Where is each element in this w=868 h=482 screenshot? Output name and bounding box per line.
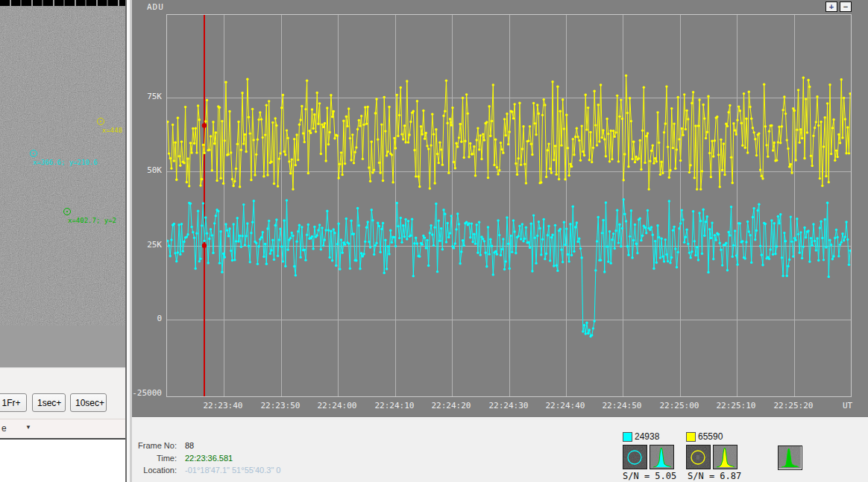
video-frame-panel: x=448 x=366.6; y=210.6 x=402.7; y=2 1Fr+… bbox=[0, 0, 125, 482]
psf-thumb-yellow bbox=[713, 445, 738, 469]
sn-yellow: S/N = 6.87 bbox=[688, 471, 741, 481]
psf-thumb-cyan bbox=[650, 445, 674, 469]
starfield-image[interactable]: x=448 x=366.6; y=210.6 x=402.7; y=2 bbox=[0, 6, 125, 326]
reference-psf-thumb bbox=[778, 445, 802, 470]
zoom-out-button[interactable]: − bbox=[840, 1, 852, 12]
tangra-lightcurve-window: x=448 x=366.6; y=210.6 x=402.7; y=2 1Fr+… bbox=[0, 0, 868, 482]
y-axis-title: ADU bbox=[147, 2, 164, 12]
x-tick-label: 22:24:40 bbox=[541, 401, 589, 410]
frame-no-value: 88 bbox=[185, 441, 194, 450]
display-mode-dropdown[interactable]: e ▼ bbox=[0, 419, 125, 437]
lightcurve-canvas[interactable] bbox=[167, 15, 851, 396]
x-tick-label: 22:23:50 bbox=[257, 401, 304, 410]
zoom-in-button[interactable]: + bbox=[825, 1, 837, 12]
star-ring-icon bbox=[30, 150, 37, 157]
star-ring-icon bbox=[63, 208, 71, 215]
y-tick-label: 50K bbox=[132, 165, 162, 175]
frame-top-strip bbox=[0, 0, 125, 6]
x-tick-label: 22:24:50 bbox=[598, 401, 646, 410]
x-tick-label: 22:24:20 bbox=[427, 401, 475, 410]
chevron-down-icon: ▼ bbox=[25, 424, 31, 431]
y-tick-label: 75K bbox=[132, 92, 162, 101]
lightcurve-panel: ADU + − 75K50K25K0-25000 22:23:4022:23:5… bbox=[132, 0, 868, 482]
advance-1sec-button[interactable]: 1sec+ bbox=[32, 393, 66, 412]
star-ring-icon bbox=[97, 118, 104, 125]
y-tick-label: 0 bbox=[132, 314, 162, 323]
x-tick-label: 22:25:20 bbox=[770, 401, 817, 410]
time-value: 22:23:36.581 bbox=[185, 454, 233, 463]
legend-swatch-yellow bbox=[687, 433, 695, 441]
location-label: Location: bbox=[136, 466, 177, 475]
x-tick-label: 22:25:00 bbox=[655, 401, 703, 410]
frame-no-label: Frame No: bbox=[136, 441, 177, 450]
advance-1frame-button[interactable]: 1Fr+ bbox=[0, 393, 27, 412]
aperture-thumb-yellow bbox=[686, 445, 711, 469]
y-axis-labels: 75K50K25K0-25000 bbox=[132, 14, 163, 397]
x-axis-labels: 22:23:4022:23:5022:24:0022:24:1022:24:20… bbox=[166, 401, 852, 413]
playback-controls: 1Fr+ 1sec+ 10sec+ e ▼ bbox=[0, 367, 125, 439]
y-tick-label: 25K bbox=[132, 240, 162, 250]
x-tick-label: 22:24:00 bbox=[313, 401, 361, 410]
aperture-thumb-cyan bbox=[623, 445, 647, 469]
divider bbox=[0, 438, 125, 440]
panel-splitter[interactable] bbox=[125, 0, 132, 482]
legend-id-yellow: 65590 bbox=[698, 431, 723, 442]
x-axis-unit: UT bbox=[843, 401, 852, 410]
location-value: -01°18'47.1" 51°55'40.3" 0 bbox=[185, 466, 280, 475]
star-coords-label: x=402.7; y=2 bbox=[68, 217, 116, 224]
x-tick-label: 22:23:40 bbox=[199, 401, 247, 410]
y-tick-label: -25000 bbox=[132, 388, 162, 398]
plot-area[interactable] bbox=[166, 14, 852, 397]
legend-id-cyan: 24938 bbox=[635, 431, 659, 442]
time-label: Time: bbox=[136, 454, 177, 463]
dropdown-value: e bbox=[1, 423, 7, 434]
star-coords-label: x=366.6; y=210.6 bbox=[33, 159, 98, 166]
advance-10sec-button[interactable]: 10sec+ bbox=[70, 393, 107, 412]
x-tick-label: 22:25:10 bbox=[712, 401, 760, 410]
x-tick-label: 22:24:30 bbox=[485, 401, 532, 410]
sn-cyan: S/N = 5.05 bbox=[623, 471, 676, 481]
star-coords-label: x=448 bbox=[102, 127, 122, 134]
panel-gray-band bbox=[0, 326, 125, 367]
status-footer: Frame No: 88 Time: 22:23:36.581 Location… bbox=[132, 417, 868, 482]
legend-swatch-cyan bbox=[623, 433, 632, 441]
x-tick-label: 22:24:10 bbox=[371, 401, 418, 410]
